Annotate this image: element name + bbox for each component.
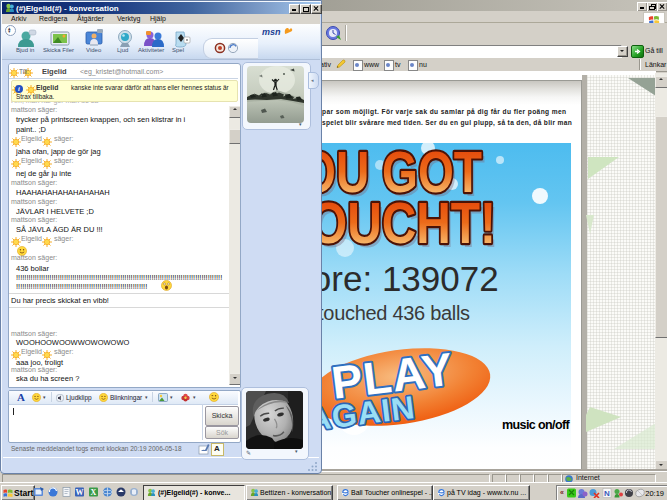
svg-text:OUCHT!: OUCHT!: [310, 190, 496, 255]
svg-text:W: W: [76, 488, 84, 497]
svg-text:i: i: [18, 85, 20, 92]
svg-text:N: N: [604, 489, 610, 498]
svg-text:X: X: [91, 488, 97, 497]
